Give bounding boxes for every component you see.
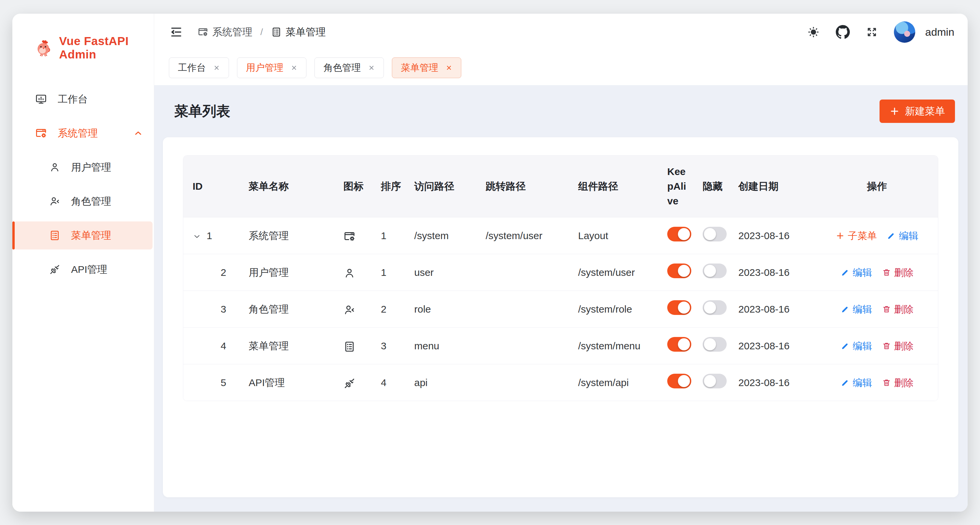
breadcrumb-item-menus[interactable]: 菜单管理 xyxy=(271,26,326,39)
sidebar-collapse-icon[interactable] xyxy=(170,26,183,39)
sidebar-item-menus[interactable]: 菜单管理 xyxy=(14,222,153,249)
page-title: 菜单列表 xyxy=(174,102,230,121)
edit-button[interactable]: 编辑 xyxy=(887,229,918,243)
cell-actions: 编辑 删除 xyxy=(816,364,938,401)
username[interactable]: admin xyxy=(925,26,954,38)
close-icon[interactable] xyxy=(368,64,375,71)
sidebar-item-users[interactable]: 用户管理 xyxy=(14,153,153,181)
cell-redirect xyxy=(476,327,569,364)
table-header-row: ID 菜单名称 图标 排序 访问路径 跳转路径 组件路径 KeepAlive 隐… xyxy=(183,156,938,217)
person-icon xyxy=(49,162,60,173)
person-arrow-icon xyxy=(344,304,355,316)
sidebar-item-api[interactable]: API管理 xyxy=(14,255,153,284)
cell-component: /system/menu xyxy=(569,327,658,364)
cell-id: 2 xyxy=(183,254,239,290)
cell-order: 4 xyxy=(372,364,405,401)
tab-menus[interactable]: 菜单管理 xyxy=(392,57,461,78)
github-icon[interactable] xyxy=(836,25,850,39)
chevron-up-icon xyxy=(133,128,143,138)
tab-users[interactable]: 用户管理 xyxy=(237,57,306,78)
submenu-button[interactable]: 子菜单 xyxy=(836,229,877,243)
cell-keepalive xyxy=(658,327,693,364)
cell-hidden xyxy=(693,364,729,401)
cell-id: 5 xyxy=(183,364,239,401)
hidden-toggle[interactable] xyxy=(703,227,727,241)
row-id: 1 xyxy=(207,230,212,241)
delete-button[interactable]: 删除 xyxy=(882,339,913,353)
keepalive-toggle[interactable] xyxy=(667,227,691,241)
app-title: Vue FastAPI Admin xyxy=(59,34,154,61)
keepalive-toggle[interactable] xyxy=(667,337,691,352)
keepalive-toggle[interactable] xyxy=(667,263,691,278)
cell-redirect xyxy=(476,290,569,327)
fullscreen-icon[interactable] xyxy=(866,26,878,38)
tab-label: 用户管理 xyxy=(246,61,283,74)
trash-icon xyxy=(882,305,891,314)
tab-roles[interactable]: 角色管理 xyxy=(314,57,384,78)
create-menu-button[interactable]: 新建菜单 xyxy=(880,99,955,123)
create-menu-label: 新建菜单 xyxy=(905,105,945,118)
window-gear-icon xyxy=(197,27,208,37)
trash-icon xyxy=(882,378,891,387)
breadcrumb-item-system[interactable]: 系统管理 xyxy=(197,26,252,39)
delete-button[interactable]: 删除 xyxy=(882,376,913,389)
user-avatar[interactable] xyxy=(894,21,915,43)
hidden-toggle[interactable] xyxy=(703,263,727,278)
cell-created: 2023-08-16 xyxy=(729,327,816,364)
menu-table: ID 菜单名称 图标 排序 访问路径 跳转路径 组件路径 KeepAlive 隐… xyxy=(183,156,938,401)
col-keepalive: KeepAlive xyxy=(658,156,693,217)
cell-redirect: /system/user xyxy=(476,217,569,254)
hidden-toggle[interactable] xyxy=(703,337,727,352)
sidebar-item-label: 系统管理 xyxy=(58,126,98,140)
table-row: 3 角色管理 2 role /system/role 2023-08-16 xyxy=(183,290,938,327)
plus-icon xyxy=(889,106,900,116)
cell-actions: 子菜单 编辑 xyxy=(816,217,938,254)
cell-id: 1 xyxy=(183,217,239,254)
keepalive-toggle[interactable] xyxy=(667,300,691,315)
theme-sun-icon[interactable] xyxy=(807,26,820,38)
page-content: 菜单列表 新建菜单 ID 菜单 xyxy=(154,85,968,512)
col-path: 访问路径 xyxy=(405,156,476,217)
cell-created: 2023-08-16 xyxy=(729,254,816,290)
sidebar: Vue FastAPI Admin 工作台 系统管理 用户管理 角色管理 xyxy=(12,14,154,512)
table-row: 2 用户管理 1 user /system/user 2023-08-16 xyxy=(183,254,938,290)
cell-name: 用户管理 xyxy=(239,254,334,290)
sidebar-item-roles[interactable]: 角色管理 xyxy=(14,187,153,215)
sidebar-item-system[interactable]: 系统管理 xyxy=(14,119,153,147)
cell-icon xyxy=(334,364,372,401)
sidebar-item-workbench[interactable]: 工作台 xyxy=(14,85,153,113)
cell-created: 2023-08-16 xyxy=(729,290,816,327)
topbar-actions: admin xyxy=(807,21,954,43)
pencil-icon xyxy=(841,341,850,350)
hidden-toggle[interactable] xyxy=(703,300,727,315)
close-icon[interactable] xyxy=(291,64,298,71)
main-area: 系统管理 / 菜单管理 admin 工作台 xyxy=(154,14,968,512)
menu-list-icon xyxy=(271,27,282,37)
col-hidden: 隐藏 xyxy=(693,156,729,217)
expand-row-icon[interactable] xyxy=(192,232,201,241)
close-icon[interactable] xyxy=(213,64,220,71)
row-id: 4 xyxy=(221,340,226,351)
cell-component: /system/api xyxy=(569,364,658,401)
monitor-chart-icon xyxy=(35,93,47,105)
close-icon[interactable] xyxy=(445,64,452,71)
cell-path: /system xyxy=(405,217,476,254)
edit-button[interactable]: 编辑 xyxy=(841,266,872,279)
cell-hidden xyxy=(693,254,729,290)
tab-workbench[interactable]: 工作台 xyxy=(169,57,229,78)
cell-name: 角色管理 xyxy=(239,290,334,327)
menu-table-wrapper: ID 菜单名称 图标 排序 访问路径 跳转路径 组件路径 KeepAlive 隐… xyxy=(183,155,938,401)
edit-button[interactable]: 编辑 xyxy=(841,303,872,316)
delete-button[interactable]: 删除 xyxy=(882,266,913,279)
row-id: 3 xyxy=(221,303,226,314)
col-id: ID xyxy=(183,156,239,217)
col-component: 组件路径 xyxy=(569,156,658,217)
hidden-toggle[interactable] xyxy=(703,374,727,388)
row-id: 2 xyxy=(221,267,226,278)
edit-button[interactable]: 编辑 xyxy=(841,339,872,353)
edit-button[interactable]: 编辑 xyxy=(841,376,872,389)
cell-component: /system/role xyxy=(569,290,658,327)
keepalive-toggle[interactable] xyxy=(667,374,691,388)
delete-button[interactable]: 删除 xyxy=(882,303,913,316)
window-gear-icon xyxy=(344,230,355,243)
